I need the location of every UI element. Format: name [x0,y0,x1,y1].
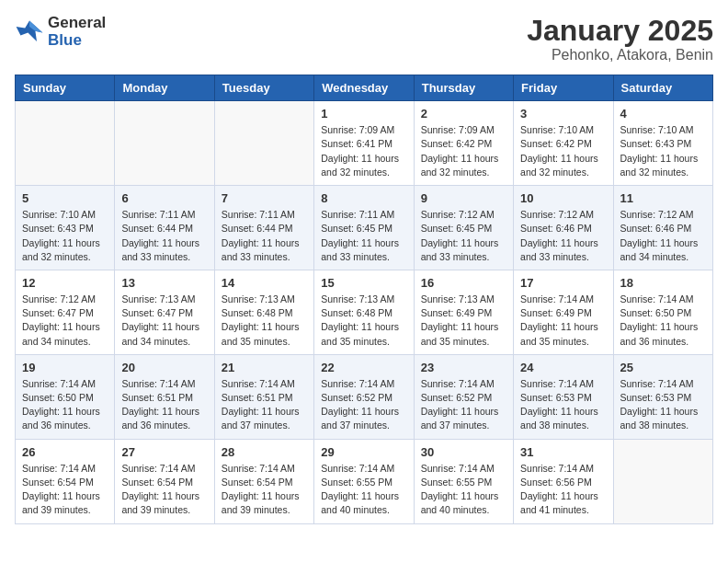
day-number: 18 [620,276,706,290]
day-info: Sunrise: 7:14 AMSunset: 6:55 PMDaylight:… [321,462,406,518]
day-number: 31 [520,445,606,459]
calendar-week-row: 19Sunrise: 7:14 AMSunset: 6:50 PMDayligh… [16,354,713,439]
col-tuesday: Tuesday [214,75,313,101]
day-number: 7 [222,191,307,205]
day-info: Sunrise: 7:14 AMSunset: 6:50 PMDaylight:… [22,377,108,433]
col-thursday: Thursday [414,75,513,101]
day-number: 12 [22,276,108,290]
day-info: Sunrise: 7:11 AMSunset: 6:44 PMDaylight:… [121,208,207,264]
calendar-cell: 1Sunrise: 7:09 AMSunset: 6:41 PMDaylight… [314,101,414,186]
day-info: Sunrise: 7:10 AMSunset: 6:43 PMDaylight:… [620,123,706,179]
day-info: Sunrise: 7:09 AMSunset: 6:42 PMDaylight:… [421,123,506,179]
day-info: Sunrise: 7:11 AMSunset: 6:45 PMDaylight:… [321,208,406,264]
day-number: 2 [421,107,506,121]
col-saturday: Saturday [613,75,712,101]
day-number: 14 [222,276,307,290]
day-number: 6 [121,191,207,205]
title-block: January 2025 Pehonko, Atakora, Benin [527,15,713,63]
calendar-cell: 4Sunrise: 7:10 AMSunset: 6:43 PMDaylight… [613,101,712,186]
calendar-cell: 29Sunrise: 7:14 AMSunset: 6:55 PMDayligh… [314,439,414,523]
calendar-cell: 21Sunrise: 7:14 AMSunset: 6:51 PMDayligh… [214,354,313,439]
calendar-cell: 23Sunrise: 7:14 AMSunset: 6:52 PMDayligh… [414,354,513,439]
calendar-cell: 20Sunrise: 7:14 AMSunset: 6:51 PMDayligh… [115,354,214,439]
day-number: 16 [421,276,506,290]
calendar-cell: 11Sunrise: 7:12 AMSunset: 6:46 PMDayligh… [613,186,712,270]
calendar-cell [115,101,214,186]
day-number: 30 [421,445,506,459]
col-sunday: Sunday [16,75,115,101]
day-number: 9 [421,191,506,205]
day-number: 3 [520,107,606,121]
day-info: Sunrise: 7:14 AMSunset: 6:53 PMDaylight:… [520,377,606,433]
logo-bird-icon [15,19,44,45]
day-info: Sunrise: 7:11 AMSunset: 6:44 PMDaylight:… [222,208,307,264]
day-info: Sunrise: 7:14 AMSunset: 6:54 PMDaylight:… [121,462,207,518]
calendar-cell: 25Sunrise: 7:14 AMSunset: 6:53 PMDayligh… [613,354,712,439]
day-info: Sunrise: 7:09 AMSunset: 6:41 PMDaylight:… [321,123,406,179]
calendar-cell [16,101,115,186]
day-info: Sunrise: 7:13 AMSunset: 6:48 PMDaylight:… [222,293,307,349]
day-number: 5 [22,191,108,205]
logo: General Blue [15,15,106,49]
day-number: 11 [620,191,706,205]
calendar-cell: 15Sunrise: 7:13 AMSunset: 6:48 PMDayligh… [314,270,414,354]
day-number: 20 [121,361,207,374]
calendar-cell: 22Sunrise: 7:14 AMSunset: 6:52 PMDayligh… [314,354,414,439]
calendar-cell: 3Sunrise: 7:10 AMSunset: 6:42 PMDaylight… [514,101,613,186]
day-number: 22 [321,361,406,374]
day-info: Sunrise: 7:14 AMSunset: 6:52 PMDaylight:… [421,377,506,433]
header-row: Sunday Monday Tuesday Wednesday Thursday… [16,75,713,101]
calendar-cell: 28Sunrise: 7:14 AMSunset: 6:54 PMDayligh… [214,439,313,523]
day-info: Sunrise: 7:13 AMSunset: 6:49 PMDaylight:… [421,293,506,349]
day-number: 24 [520,361,606,374]
day-number: 25 [620,361,706,374]
day-info: Sunrise: 7:14 AMSunset: 6:51 PMDaylight:… [121,377,207,433]
calendar-week-row: 26Sunrise: 7:14 AMSunset: 6:54 PMDayligh… [16,439,713,523]
calendar-cell: 5Sunrise: 7:10 AMSunset: 6:43 PMDaylight… [16,186,115,270]
day-number: 1 [321,107,406,121]
day-number: 27 [121,445,207,459]
calendar-cell: 7Sunrise: 7:11 AMSunset: 6:44 PMDaylight… [214,186,313,270]
page-title: January 2025 [527,15,713,47]
calendar-week-row: 12Sunrise: 7:12 AMSunset: 6:47 PMDayligh… [16,270,713,354]
day-number: 29 [321,445,406,459]
calendar-cell: 2Sunrise: 7:09 AMSunset: 6:42 PMDaylight… [414,101,513,186]
day-info: Sunrise: 7:14 AMSunset: 6:51 PMDaylight:… [222,377,307,433]
day-info: Sunrise: 7:10 AMSunset: 6:43 PMDaylight:… [22,208,108,264]
day-info: Sunrise: 7:14 AMSunset: 6:54 PMDaylight:… [222,462,307,518]
calendar-cell: 26Sunrise: 7:14 AMSunset: 6:54 PMDayligh… [16,439,115,523]
col-friday: Friday [514,75,613,101]
day-info: Sunrise: 7:12 AMSunset: 6:47 PMDaylight:… [22,293,108,349]
calendar-cell: 8Sunrise: 7:11 AMSunset: 6:45 PMDaylight… [314,186,414,270]
day-number: 15 [321,276,406,290]
calendar-cell: 12Sunrise: 7:12 AMSunset: 6:47 PMDayligh… [16,270,115,354]
col-wednesday: Wednesday [314,75,414,101]
calendar-cell: 17Sunrise: 7:14 AMSunset: 6:49 PMDayligh… [514,270,613,354]
day-info: Sunrise: 7:13 AMSunset: 6:47 PMDaylight:… [121,293,207,349]
day-info: Sunrise: 7:14 AMSunset: 6:52 PMDaylight:… [321,377,406,433]
logo-blue: Blue [48,31,82,49]
day-info: Sunrise: 7:14 AMSunset: 6:50 PMDaylight:… [620,293,706,349]
calendar-week-row: 5Sunrise: 7:10 AMSunset: 6:43 PMDaylight… [16,186,713,270]
day-info: Sunrise: 7:12 AMSunset: 6:46 PMDaylight:… [520,208,606,264]
day-number: 17 [520,276,606,290]
calendar-cell: 31Sunrise: 7:14 AMSunset: 6:56 PMDayligh… [514,439,613,523]
calendar-body: 1Sunrise: 7:09 AMSunset: 6:41 PMDaylight… [16,101,713,523]
day-number: 28 [222,445,307,459]
calendar-week-row: 1Sunrise: 7:09 AMSunset: 6:41 PMDaylight… [16,101,713,186]
day-info: Sunrise: 7:14 AMSunset: 6:55 PMDaylight:… [421,462,506,518]
col-monday: Monday [115,75,214,101]
page-subtitle: Pehonko, Atakora, Benin [527,47,713,63]
calendar-cell [214,101,313,186]
calendar-table: Sunday Monday Tuesday Wednesday Thursday… [15,75,713,523]
day-number: 8 [321,191,406,205]
day-number: 10 [520,191,606,205]
day-info: Sunrise: 7:12 AMSunset: 6:45 PMDaylight:… [421,208,506,264]
day-info: Sunrise: 7:14 AMSunset: 6:54 PMDaylight:… [22,462,108,518]
page-header: General Blue January 2025 Pehonko, Atako… [15,15,713,63]
calendar-cell: 19Sunrise: 7:14 AMSunset: 6:50 PMDayligh… [16,354,115,439]
day-info: Sunrise: 7:14 AMSunset: 6:56 PMDaylight:… [520,462,606,518]
day-number: 19 [22,361,108,374]
calendar-cell: 24Sunrise: 7:14 AMSunset: 6:53 PMDayligh… [514,354,613,439]
calendar-cell: 27Sunrise: 7:14 AMSunset: 6:54 PMDayligh… [115,439,214,523]
